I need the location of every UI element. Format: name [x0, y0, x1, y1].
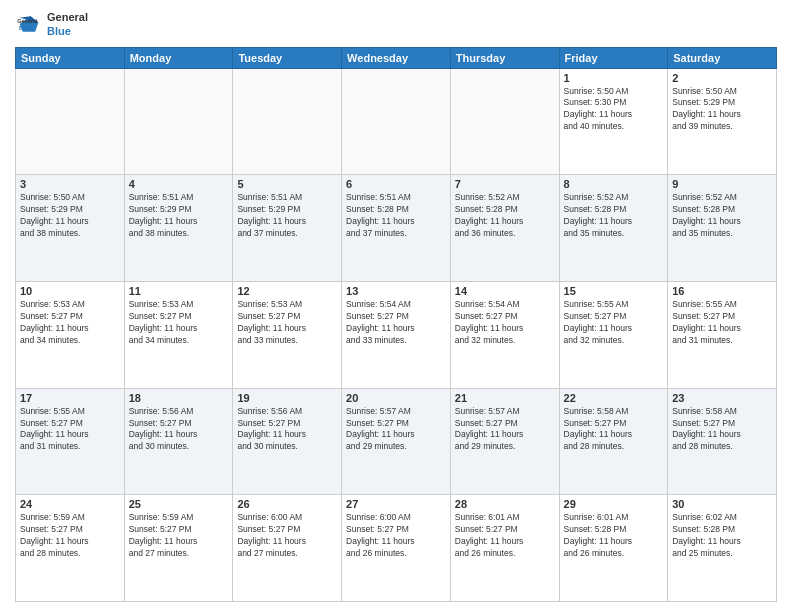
calendar-day-cell: 12Sunrise: 5:53 AM Sunset: 5:27 PM Dayli…: [233, 281, 342, 388]
day-info: Sunrise: 6:02 AM Sunset: 5:28 PM Dayligh…: [672, 512, 772, 560]
day-info: Sunrise: 5:52 AM Sunset: 5:28 PM Dayligh…: [455, 192, 555, 240]
day-info: Sunrise: 6:00 AM Sunset: 5:27 PM Dayligh…: [346, 512, 446, 560]
day-info: Sunrise: 5:51 AM Sunset: 5:29 PM Dayligh…: [129, 192, 229, 240]
calendar-day-cell: 9Sunrise: 5:52 AM Sunset: 5:28 PM Daylig…: [668, 175, 777, 282]
calendar-day-cell: 24Sunrise: 5:59 AM Sunset: 5:27 PM Dayli…: [16, 495, 125, 602]
weekday-header: Wednesday: [342, 47, 451, 68]
calendar-day-cell: 28Sunrise: 6:01 AM Sunset: 5:27 PM Dayli…: [450, 495, 559, 602]
weekday-header: Sunday: [16, 47, 125, 68]
day-info: Sunrise: 5:57 AM Sunset: 5:27 PM Dayligh…: [346, 406, 446, 454]
calendar-week-row: 3Sunrise: 5:50 AM Sunset: 5:29 PM Daylig…: [16, 175, 777, 282]
calendar-day-cell: 21Sunrise: 5:57 AM Sunset: 5:27 PM Dayli…: [450, 388, 559, 495]
calendar-day-cell: 23Sunrise: 5:58 AM Sunset: 5:27 PM Dayli…: [668, 388, 777, 495]
day-info: Sunrise: 5:50 AM Sunset: 5:29 PM Dayligh…: [20, 192, 120, 240]
day-info: Sunrise: 5:56 AM Sunset: 5:27 PM Dayligh…: [237, 406, 337, 454]
calendar-day-cell: 16Sunrise: 5:55 AM Sunset: 5:27 PM Dayli…: [668, 281, 777, 388]
calendar-day-cell: 25Sunrise: 5:59 AM Sunset: 5:27 PM Dayli…: [124, 495, 233, 602]
calendar-week-row: 17Sunrise: 5:55 AM Sunset: 5:27 PM Dayli…: [16, 388, 777, 495]
day-info: Sunrise: 5:52 AM Sunset: 5:28 PM Dayligh…: [564, 192, 664, 240]
day-number: 30: [672, 498, 772, 510]
calendar-day-cell: 2Sunrise: 5:50 AM Sunset: 5:29 PM Daylig…: [668, 68, 777, 175]
calendar-day-cell: 10Sunrise: 5:53 AM Sunset: 5:27 PM Dayli…: [16, 281, 125, 388]
calendar-day-cell: 11Sunrise: 5:53 AM Sunset: 5:27 PM Dayli…: [124, 281, 233, 388]
calendar-week-row: 1Sunrise: 5:50 AM Sunset: 5:30 PM Daylig…: [16, 68, 777, 175]
svg-text:General: General: [17, 19, 38, 25]
day-info: Sunrise: 5:58 AM Sunset: 5:27 PM Dayligh…: [672, 406, 772, 454]
day-number: 22: [564, 392, 664, 404]
calendar-day-cell: 5Sunrise: 5:51 AM Sunset: 5:29 PM Daylig…: [233, 175, 342, 282]
day-number: 1: [564, 72, 664, 84]
day-number: 2: [672, 72, 772, 84]
day-number: 6: [346, 178, 446, 190]
calendar-day-cell: [342, 68, 451, 175]
day-info: Sunrise: 5:57 AM Sunset: 5:27 PM Dayligh…: [455, 406, 555, 454]
day-number: 21: [455, 392, 555, 404]
calendar-week-row: 10Sunrise: 5:53 AM Sunset: 5:27 PM Dayli…: [16, 281, 777, 388]
day-number: 11: [129, 285, 229, 297]
calendar-day-cell: 18Sunrise: 5:56 AM Sunset: 5:27 PM Dayli…: [124, 388, 233, 495]
day-number: 23: [672, 392, 772, 404]
day-number: 8: [564, 178, 664, 190]
calendar-day-cell: 13Sunrise: 5:54 AM Sunset: 5:27 PM Dayli…: [342, 281, 451, 388]
header: General Blue General Blue: [15, 10, 777, 39]
calendar-day-cell: 3Sunrise: 5:50 AM Sunset: 5:29 PM Daylig…: [16, 175, 125, 282]
day-number: 13: [346, 285, 446, 297]
weekday-header: Tuesday: [233, 47, 342, 68]
calendar-day-cell: 15Sunrise: 5:55 AM Sunset: 5:27 PM Dayli…: [559, 281, 668, 388]
day-number: 12: [237, 285, 337, 297]
day-info: Sunrise: 5:50 AM Sunset: 5:29 PM Dayligh…: [672, 86, 772, 134]
logo-text-blue: Blue: [47, 24, 88, 38]
calendar-day-cell: 6Sunrise: 5:51 AM Sunset: 5:28 PM Daylig…: [342, 175, 451, 282]
day-number: 19: [237, 392, 337, 404]
calendar-day-cell: [124, 68, 233, 175]
day-number: 20: [346, 392, 446, 404]
calendar-day-cell: 26Sunrise: 6:00 AM Sunset: 5:27 PM Dayli…: [233, 495, 342, 602]
calendar-day-cell: 1Sunrise: 5:50 AM Sunset: 5:30 PM Daylig…: [559, 68, 668, 175]
calendar-day-cell: 30Sunrise: 6:02 AM Sunset: 5:28 PM Dayli…: [668, 495, 777, 602]
page: General Blue General Blue SundayMondayTu…: [0, 0, 792, 612]
calendar-day-cell: [16, 68, 125, 175]
calendar-day-cell: 4Sunrise: 5:51 AM Sunset: 5:29 PM Daylig…: [124, 175, 233, 282]
day-number: 17: [20, 392, 120, 404]
day-info: Sunrise: 5:52 AM Sunset: 5:28 PM Dayligh…: [672, 192, 772, 240]
day-info: Sunrise: 5:55 AM Sunset: 5:27 PM Dayligh…: [564, 299, 664, 347]
day-info: Sunrise: 5:54 AM Sunset: 5:27 PM Dayligh…: [455, 299, 555, 347]
calendar-day-cell: 22Sunrise: 5:58 AM Sunset: 5:27 PM Dayli…: [559, 388, 668, 495]
day-info: Sunrise: 5:51 AM Sunset: 5:28 PM Dayligh…: [346, 192, 446, 240]
logo: General Blue General Blue: [15, 10, 88, 39]
calendar-day-cell: [233, 68, 342, 175]
calendar-day-cell: 19Sunrise: 5:56 AM Sunset: 5:27 PM Dayli…: [233, 388, 342, 495]
day-number: 4: [129, 178, 229, 190]
day-info: Sunrise: 5:50 AM Sunset: 5:30 PM Dayligh…: [564, 86, 664, 134]
calendar-day-cell: [450, 68, 559, 175]
svg-text:Blue: Blue: [19, 26, 31, 32]
day-info: Sunrise: 6:01 AM Sunset: 5:28 PM Dayligh…: [564, 512, 664, 560]
day-number: 7: [455, 178, 555, 190]
day-info: Sunrise: 5:55 AM Sunset: 5:27 PM Dayligh…: [20, 406, 120, 454]
day-number: 9: [672, 178, 772, 190]
calendar-day-cell: 27Sunrise: 6:00 AM Sunset: 5:27 PM Dayli…: [342, 495, 451, 602]
day-number: 26: [237, 498, 337, 510]
calendar-table: SundayMondayTuesdayWednesdayThursdayFrid…: [15, 47, 777, 602]
day-number: 16: [672, 285, 772, 297]
day-info: Sunrise: 5:58 AM Sunset: 5:27 PM Dayligh…: [564, 406, 664, 454]
logo-text: General: [47, 10, 88, 24]
weekday-header: Friday: [559, 47, 668, 68]
calendar-header-row: SundayMondayTuesdayWednesdayThursdayFrid…: [16, 47, 777, 68]
day-info: Sunrise: 5:53 AM Sunset: 5:27 PM Dayligh…: [129, 299, 229, 347]
weekday-header: Thursday: [450, 47, 559, 68]
day-info: Sunrise: 5:54 AM Sunset: 5:27 PM Dayligh…: [346, 299, 446, 347]
day-number: 15: [564, 285, 664, 297]
weekday-header: Monday: [124, 47, 233, 68]
calendar-day-cell: 8Sunrise: 5:52 AM Sunset: 5:28 PM Daylig…: [559, 175, 668, 282]
day-info: Sunrise: 5:56 AM Sunset: 5:27 PM Dayligh…: [129, 406, 229, 454]
day-number: 14: [455, 285, 555, 297]
day-number: 27: [346, 498, 446, 510]
day-info: Sunrise: 5:53 AM Sunset: 5:27 PM Dayligh…: [237, 299, 337, 347]
day-number: 5: [237, 178, 337, 190]
day-number: 24: [20, 498, 120, 510]
day-info: Sunrise: 5:53 AM Sunset: 5:27 PM Dayligh…: [20, 299, 120, 347]
day-info: Sunrise: 5:51 AM Sunset: 5:29 PM Dayligh…: [237, 192, 337, 240]
calendar-week-row: 24Sunrise: 5:59 AM Sunset: 5:27 PM Dayli…: [16, 495, 777, 602]
day-info: Sunrise: 5:59 AM Sunset: 5:27 PM Dayligh…: [129, 512, 229, 560]
